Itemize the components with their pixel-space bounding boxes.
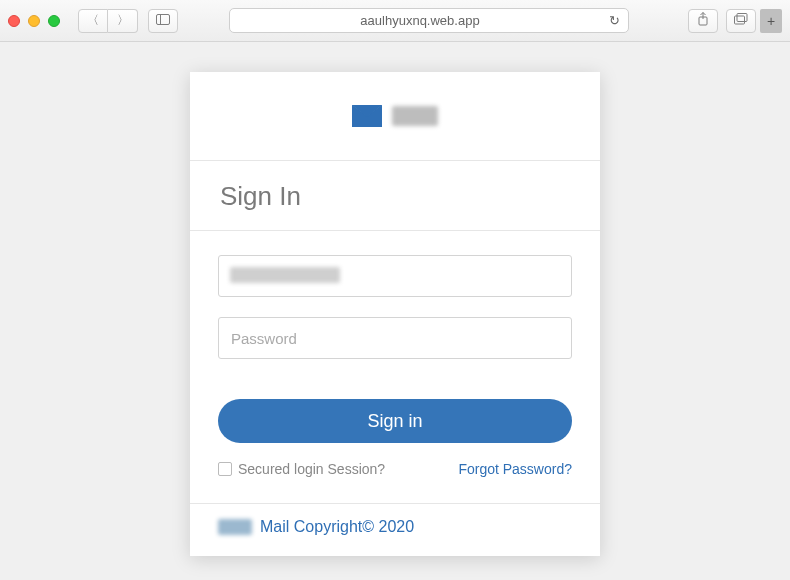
email-value-blurred: [230, 267, 340, 283]
logo-row: [190, 72, 600, 160]
secured-session-checkbox[interactable]: Secured login Session?: [218, 461, 385, 477]
brand-name-blurred: [392, 106, 438, 126]
brand-name-blurred: [218, 519, 252, 535]
minimize-window-button[interactable]: [28, 15, 40, 27]
share-icon: [697, 12, 709, 29]
address-bar[interactable]: aaulhyuxnq.web.app ↻: [229, 8, 629, 33]
secured-session-label: Secured login Session?: [238, 461, 385, 477]
maximize-window-button[interactable]: [48, 15, 60, 27]
browser-toolbar: 〈 〉 aaulhyuxnq.web.app ↻ +: [0, 0, 790, 42]
checkbox-icon: [218, 462, 232, 476]
page-content: Sign In Sign in Secured login Session? F…: [0, 42, 790, 580]
chevron-left-icon: 〈: [87, 12, 99, 29]
forgot-password-link[interactable]: Forgot Password?: [458, 461, 572, 477]
window-controls: [8, 15, 60, 27]
new-tab-button[interactable]: +: [760, 9, 782, 33]
tabs-button[interactable]: [726, 9, 756, 33]
share-button[interactable]: [688, 9, 718, 33]
close-window-button[interactable]: [8, 15, 20, 27]
forward-button[interactable]: 〉: [108, 9, 138, 33]
password-field[interactable]: [218, 317, 572, 359]
reload-icon[interactable]: ↻: [609, 13, 620, 28]
footer: Mail Copyright© 2020: [190, 504, 600, 542]
svg-rect-0: [157, 14, 170, 24]
copyright-text: Mail Copyright© 2020: [260, 518, 414, 536]
svg-rect-4: [735, 16, 745, 24]
back-button[interactable]: 〈: [78, 9, 108, 33]
plus-icon: +: [767, 13, 775, 29]
sidebar-icon: [156, 14, 170, 28]
url-text: aaulhyuxnq.web.app: [360, 13, 479, 28]
chevron-right-icon: 〉: [117, 12, 129, 29]
mail-icon: [352, 105, 382, 127]
svg-rect-5: [737, 14, 747, 22]
signin-heading: Sign In: [190, 161, 600, 230]
sidebar-button[interactable]: [148, 9, 178, 33]
login-card: Sign In Sign in Secured login Session? F…: [190, 72, 600, 556]
signin-button[interactable]: Sign in: [218, 399, 572, 443]
tabs-icon: [734, 13, 748, 28]
